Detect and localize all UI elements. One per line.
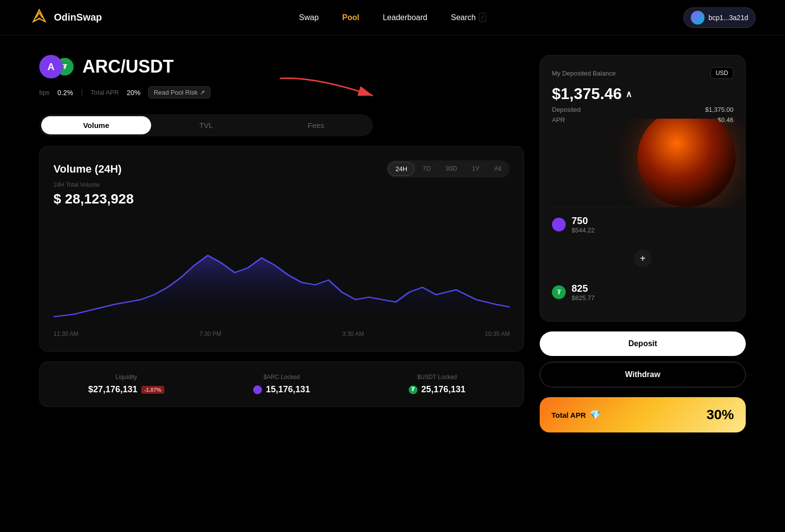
chart-area (53, 219, 510, 327)
liquidity-value: $27,176,131 -1.07% (53, 384, 199, 395)
wallet-button[interactable]: bcp1...3a21d (683, 7, 756, 28)
header: OdinSwap Swap Pool Leaderboard Search / … (0, 0, 785, 35)
stat-arc-locked: $ARC Locked 15,176,131 (209, 374, 355, 395)
logo-text: OdinSwap (54, 12, 102, 23)
apr-label: Total APR (91, 89, 119, 96)
stat-liquidity: Liquidity $27,176,131 -1.07% (53, 374, 199, 395)
logo-area: OdinSwap (29, 8, 102, 27)
diamond-icon: 💎 (590, 409, 601, 420)
search-shortcut: / (479, 13, 487, 22)
liquidity-change: -1.07% (141, 386, 164, 394)
left-panel: A ₮ ARC/USDT bps 0.2% | Total APR 20% Re… (39, 55, 524, 407)
chart-header: Volume (24H) 24H 7D 30D 1Y All (53, 160, 510, 177)
main-content: A ₮ ARC/USDT bps 0.2% | Total APR 20% Re… (0, 35, 785, 452)
tab-fees[interactable]: Fees (261, 116, 371, 134)
usdt-dot: ₮ (409, 385, 418, 394)
plus-icon: + (634, 250, 652, 267)
plus-divider: + (552, 246, 733, 271)
nav-search[interactable]: Search / (451, 13, 486, 22)
wallet-avatar (691, 11, 705, 25)
token2-info: 825 $825.77 (572, 283, 733, 302)
time-tabs: 24H 7D 30D 1Y All (387, 160, 510, 177)
token2-amount: 825 (572, 283, 733, 294)
chart-subtitle: 24H Total Volume (53, 181, 510, 188)
chart-total: $ 28,123,928 (53, 191, 510, 207)
chart-title: Volume (24H) (53, 163, 122, 176)
token1-icon (552, 218, 566, 231)
token1-usd: $544.22 (572, 227, 733, 234)
token-icon-arc: A (39, 55, 63, 78)
deposited-row: Deposited $1,375.00 (552, 106, 733, 113)
usdt-locked-label: $USDT Locked (364, 374, 510, 380)
tab-tvl[interactable]: TVL (151, 116, 261, 134)
token1-row: 750 $544.22 (552, 207, 733, 242)
stat-usdt-locked: $USDT Locked ₮ 25,176,131 (364, 374, 510, 395)
token2-icon: ₮ (552, 285, 566, 299)
time-tab-7d[interactable]: 7D (416, 162, 438, 176)
globe-visualization (540, 119, 745, 207)
token1-amount: 750 (572, 215, 733, 227)
main-nav: Swap Pool Leaderboard Search / (299, 13, 487, 22)
token2-usd: $825.77 (572, 294, 733, 302)
read-pool-risk-label: Read Pool Risk (154, 89, 198, 96)
nav-swap[interactable]: Swap (299, 13, 319, 22)
deposit-card-label: My Deposited Balance (552, 70, 616, 77)
time-tab-all[interactable]: All (488, 162, 508, 176)
chart-time-labels: 11:30 AM 7:30 PM 3:30 AM 10:35 AM (53, 330, 510, 337)
deposit-amount: $1,375.46 ∧ (552, 85, 733, 103)
apr-card: Total APR 💎 30% (540, 397, 746, 432)
time-tab-1y[interactable]: 1Y (465, 162, 487, 176)
nav-leaderboard[interactable]: Leaderboard (383, 13, 427, 22)
token2-row: ₮ 825 $825.77 (552, 275, 733, 309)
currency-toggle-btn[interactable]: USD (710, 67, 733, 79)
nav-pool[interactable]: Pool (342, 13, 360, 22)
bps-label: bps (39, 89, 50, 96)
time-tab-30d[interactable]: 30D (439, 162, 464, 176)
chevron-up-icon: ∧ (626, 89, 632, 100)
chart-type-tabs: Volume TVL Fees (39, 114, 373, 136)
pool-meta: bps 0.2% | Total APR 20% Read Pool Risk … (39, 86, 524, 99)
arc-locked-value: 15,176,131 (209, 384, 355, 395)
svg-point-0 (38, 18, 40, 20)
deposit-card: My Deposited Balance USD $1,375.46 ∧ Dep… (540, 55, 746, 322)
deposit-button[interactable]: Deposit (540, 331, 746, 356)
arc-dot (253, 385, 262, 394)
globe-image (637, 119, 735, 207)
read-pool-risk-btn[interactable]: Read Pool Risk ↗ (148, 86, 210, 99)
apr-card-value: 30% (706, 407, 734, 423)
tab-volume[interactable]: Volume (41, 116, 151, 134)
deposited-label: Deposited (552, 106, 581, 113)
action-buttons: Deposit Withdraw (540, 331, 746, 387)
time-label-4: 10:35 AM (485, 330, 510, 337)
time-label-1: 11:30 AM (53, 330, 78, 337)
wallet-address: bcp1...3a21d (708, 14, 748, 22)
odinswap-logo-icon (29, 8, 49, 27)
apr-value: 20% (127, 89, 140, 97)
meta-sep1: | (81, 88, 83, 97)
withdraw-button[interactable]: Withdraw (540, 362, 746, 387)
token-icons: A ₮ (39, 55, 75, 78)
right-panel: My Deposited Balance USD $1,375.46 ∧ Dep… (540, 55, 746, 432)
nav-search-label: Search (451, 13, 476, 22)
apr-card-label: Total APR 💎 (551, 409, 601, 420)
chart-box: Volume (24H) 24H 7D 30D 1Y All 24H Total… (39, 146, 524, 352)
pool-header: A ₮ ARC/USDT (39, 55, 524, 78)
liquidity-label: Liquidity (53, 374, 199, 380)
time-label-2: 7:30 PM (199, 330, 221, 337)
time-tab-24h[interactable]: 24H (388, 162, 415, 176)
deposit-card-header: My Deposited Balance USD (552, 67, 733, 79)
deposited-value: $1,375.00 (705, 106, 733, 113)
usdt-locked-value: ₮ 25,176,131 (364, 384, 510, 395)
external-link-icon: ↗ (200, 89, 205, 96)
pool-title: ARC/USDT (82, 56, 174, 77)
arc-locked-label: $ARC Locked (209, 374, 355, 380)
bps-value: 0.2% (57, 89, 73, 97)
token1-info: 750 $544.22 (572, 215, 733, 234)
stats-box: Liquidity $27,176,131 -1.07% $ARC Locked… (39, 361, 524, 407)
time-label-3: 3:30 AM (342, 330, 364, 337)
